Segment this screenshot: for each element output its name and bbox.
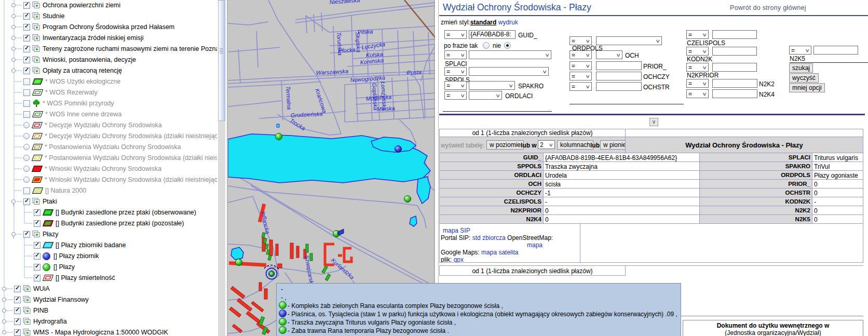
operator-select[interactable]: =∨ [444, 81, 467, 90]
operator-select[interactable]: =∨ [686, 89, 709, 98]
vertical-button[interactable]: w pionie [600, 140, 626, 150]
fewer-options-button[interactable]: mniej opcji [789, 83, 825, 92]
operator-select[interactable]: =∨ [569, 82, 592, 91]
print-link[interactable]: wydruk [498, 19, 518, 26]
back-to-home-link[interactable]: Powrót do strony głównej [730, 4, 806, 11]
layer-checkbox[interactable] [23, 89, 30, 96]
map-link[interactable]: mapa SIP [443, 227, 470, 234]
map-link[interactable]: gpx [454, 256, 464, 262]
map-marker-blue[interactable] [395, 146, 402, 153]
value-input[interactable] [596, 72, 642, 80]
layer-item[interactable]: ✓Wnioski, postanowienia, decyzje [23, 55, 136, 65]
layer-item[interactable]: ✓Hydrografia [14, 316, 67, 327]
map-link[interactable]: zbiorcza [482, 234, 506, 241]
layer-radio[interactable] [23, 144, 30, 150]
value-input[interactable] [712, 79, 757, 88]
layer-checkbox[interactable] [23, 111, 30, 118]
map-link[interactable]: mapa [527, 241, 542, 249]
layer-checkbox[interactable]: ✓ [14, 329, 21, 336]
layer-checkbox[interactable]: ✓ [23, 2, 30, 9]
layer-checkbox[interactable]: ✓ [34, 220, 40, 227]
layer-item[interactable]: ✓Ptaki [23, 196, 57, 207]
layer-item[interactable]: * WOS Rezerwaty [23, 87, 98, 98]
columns-count-select[interactable]: 2∨ [538, 140, 555, 149]
value-input[interactable] [712, 89, 757, 98]
map-link[interactable]: std [472, 234, 481, 241]
value-input[interactable]: {AFA0BAD8-8: [469, 30, 516, 39]
splitter-thumb[interactable] [218, 0, 225, 121]
layer-item[interactable]: * Decyzje Wydziału Ochrony Srodowiska [23, 120, 162, 130]
layer-item[interactable]: ✓[] Budynki zasiedlone przez ptaki (pozo… [34, 218, 184, 229]
layer-item[interactable]: * WOS Użytki ekologiczne [23, 76, 120, 87]
map-marker-green[interactable] [276, 133, 282, 140]
value-input[interactable] [712, 63, 757, 72]
layer-item[interactable]: [] Natura 2000 [23, 185, 86, 196]
layer-checkbox[interactable]: ✓ [34, 275, 40, 281]
mini-dropdown[interactable]: v [649, 118, 658, 126]
layer-item[interactable]: ✓[] Płazy zbiornik [34, 251, 99, 261]
layer-item[interactable]: ✓Studnie [23, 11, 64, 21]
layer-item[interactable]: ✓Program Ochrony Środowiska przed Hałase… [23, 22, 174, 32]
layer-checkbox[interactable]: ✓ [23, 13, 30, 20]
map-marker-green[interactable] [236, 259, 242, 266]
layer-checkbox[interactable]: ✓ [23, 68, 30, 74]
value-select[interactable]: ∨ [596, 36, 662, 45]
operator-select[interactable]: =∨ [444, 91, 467, 100]
value-input[interactable] [712, 47, 757, 56]
layer-checkbox[interactable]: ✓ [23, 198, 30, 205]
layer-checkbox[interactable] [23, 78, 30, 85]
layer-item[interactable]: ✓[] Płazy zbiorniki badane [34, 240, 126, 250]
layer-checkbox[interactable]: ✓ [34, 242, 40, 249]
layer-checkbox[interactable]: ✓ [23, 35, 30, 42]
operator-select[interactable]: =∨ [686, 63, 709, 72]
layer-item[interactable]: * Wnioski Wydziału Ochrony Srodowiska [23, 164, 161, 174]
layer-checkbox[interactable]: ✓ [14, 307, 21, 314]
layer-item[interactable]: ✓Ochrona powierzchni ziemi [23, 0, 120, 10]
value-select[interactable]: ∨ [469, 81, 515, 90]
value-select[interactable]: ∨ [469, 67, 549, 76]
columns-button[interactable]: kolumnach [557, 140, 593, 150]
value-select[interactable]: ∨ [596, 50, 622, 59]
tree-splitter[interactable] [218, 0, 225, 336]
layer-checkbox[interactable]: ✓ [23, 57, 30, 63]
operator-select[interactable]: =∨ [444, 50, 467, 59]
layer-item[interactable]: ✓Płazy [23, 229, 59, 239]
map-marker-green[interactable] [404, 196, 411, 203]
layer-item[interactable]: ✓WUiA [14, 284, 50, 294]
layer-item[interactable]: ✓Inwentaryzacja źródeł niskiej emisji [23, 33, 144, 43]
layer-checkbox[interactable]: ✓ [34, 264, 40, 271]
value-input[interactable] [596, 61, 642, 70]
layer-item[interactable]: * Postanowienia Wydziału Ochrony Srodowi… [23, 153, 217, 163]
layer-checkbox[interactable]: ✓ [34, 209, 40, 216]
operator-select[interactable]: =∨ [569, 61, 592, 70]
value-input[interactable] [813, 46, 858, 55]
operator-select[interactable]: =∨ [444, 67, 467, 76]
layer-item[interactable]: * Decyzje Wydziału Ochrony Srodowiska (d… [23, 131, 217, 141]
layer-checkbox[interactable]: ✓ [14, 297, 21, 303]
phrase-no-radio[interactable] [504, 42, 511, 49]
operator-select[interactable]: =∨ [686, 79, 709, 88]
layer-checkbox[interactable] [23, 187, 30, 194]
layer-radio[interactable] [23, 166, 30, 172]
layer-checkbox[interactable]: ✓ [34, 253, 40, 260]
layer-item[interactable]: ✓Wydział Finansowy [14, 294, 89, 305]
layer-checkbox[interactable]: ✓ [14, 318, 21, 325]
layer-item[interactable]: ✓[] Budynki zasiedlone przez ptaki (obse… [34, 207, 196, 218]
layer-item[interactable]: ✓Opłaty za utraconą retencję [23, 65, 122, 76]
layer-checkbox[interactable]: ✓ [23, 231, 30, 238]
style-standard-link[interactable]: standard [470, 19, 497, 26]
value-select[interactable]: ∨ [469, 91, 502, 100]
layer-item[interactable]: * Wnioski Wydziału Ochrony Srodowiska (d… [23, 174, 217, 185]
value-input[interactable] [596, 82, 642, 91]
operator-select[interactable]: =∨ [686, 30, 709, 39]
layer-checkbox[interactable] [23, 100, 30, 107]
layer-item[interactable]: ✓[] Płazy śmiertelność [34, 273, 115, 283]
operator-select[interactable]: =∨ [569, 36, 592, 45]
operator-select[interactable]: =∨ [444, 30, 467, 39]
clear-button[interactable]: wyczyść [789, 73, 819, 83]
value-select[interactable]: ∨ [469, 50, 551, 59]
phrase-yes-radio[interactable] [483, 42, 490, 49]
layer-checkbox[interactable]: ✓ [23, 24, 30, 31]
layer-item[interactable]: ✓Tereny zagrożone ruchami masowymi ziemi… [23, 44, 217, 54]
layer-radio[interactable] [23, 133, 30, 139]
